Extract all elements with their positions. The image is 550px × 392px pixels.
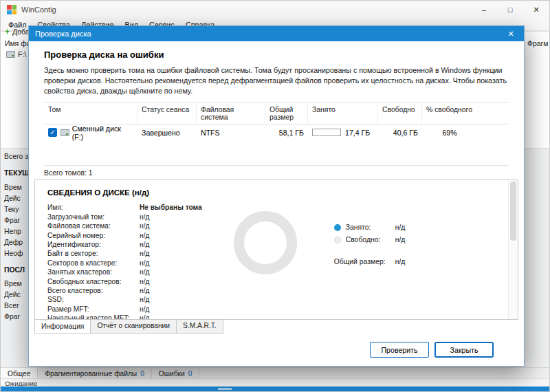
drive-label: F:\ <box>18 51 26 58</box>
field-value: н/д <box>140 213 202 221</box>
col-session-status[interactable]: Статус сеанса <box>138 103 197 124</box>
tab-fragmented-files[interactable]: Фрагментированные файлы 0 <box>38 368 152 378</box>
field-value: н/д <box>140 249 202 258</box>
stat-label: Фраг <box>4 313 20 320</box>
add-files-button[interactable]: + Доба <box>5 28 30 36</box>
stat-label: Фраг <box>4 217 20 224</box>
tab-smart[interactable]: S.M.A.R.T. <box>176 320 223 334</box>
free-pct-value: 69% <box>422 129 477 137</box>
fragmented-count-badge: 0 <box>140 370 144 378</box>
dialog-title: Проверка диска <box>35 30 91 38</box>
dialog-heading: Проверка диска на ошибки <box>44 50 509 60</box>
col-volume[interactable]: Том <box>44 103 138 124</box>
field-label: Имя: <box>47 203 137 212</box>
volumes-table-header: Том Статус сеанса Файловая система Общий… <box>44 103 509 124</box>
stat-label: Дефр <box>4 239 23 246</box>
stat-label: Дейс <box>4 291 21 298</box>
field-label: Всего кластеров: <box>47 286 137 295</box>
dialog-content: Проверка диска на ошибки Здесь можно про… <box>29 41 524 366</box>
total-legend-label: Общий размер: <box>334 258 395 265</box>
disk-details-panel: СВЕДЕНИЯ О ДИСКЕ (н/д) Имя:Не выбраны то… <box>34 179 518 320</box>
volume-checkbox[interactable]: ✓ <box>48 128 57 137</box>
accent-bar-notch <box>218 388 232 390</box>
col-filesystem[interactable]: Файловая система <box>197 103 265 124</box>
tab-general[interactable]: Общее <box>1 368 38 378</box>
window-title: WinContig <box>21 6 471 14</box>
disk-usage-donut-chart <box>234 211 297 274</box>
add-files-label: Доба <box>12 28 30 36</box>
used-legend-label: Занято: <box>346 224 395 231</box>
col-free-pct[interactable]: % свободного <box>422 103 477 124</box>
check-button[interactable]: Проверить <box>370 342 429 358</box>
dialog-description: Здесь можно проверить тома на ошибки фай… <box>44 65 509 96</box>
status-bar: Ожидание <box>1 378 549 386</box>
stat-label: Всег <box>4 302 19 309</box>
field-value: н/д <box>140 268 202 276</box>
field-value: Не выбраны тома <box>140 203 202 212</box>
last-section-title: ПОСЛ <box>4 266 25 274</box>
field-value: н/д <box>140 231 202 240</box>
free-value: 40,6 ГБ <box>378 129 422 137</box>
tab-information[interactable]: Информация <box>34 319 91 334</box>
field-label: Серийный номер: <box>47 231 137 240</box>
col-used[interactable]: Занято <box>308 103 378 124</box>
drive-row[interactable]: F:\ <box>6 51 26 58</box>
field-value: н/д <box>140 305 202 314</box>
col-total-size[interactable]: Общий размер <box>265 103 308 124</box>
details-scrollbar[interactable] <box>508 180 518 319</box>
volume-name: Сменный диск (F:) <box>72 124 133 141</box>
app-icon <box>7 5 16 14</box>
stat-label: Врем <box>4 280 22 287</box>
field-label: Файловая система: <box>47 221 137 230</box>
fragments-column-header: Фрагм <box>527 40 548 47</box>
stat-label: Теку <box>4 206 19 213</box>
current-section-title: ТЕКУЩ <box>4 169 30 177</box>
field-label: SSD: <box>47 295 137 304</box>
field-label: Идентификатор: <box>47 240 137 249</box>
details-fields: Имя:Не выбраны тома Загрузочный том:н/д … <box>47 203 202 320</box>
table-row[interactable]: ✓ Сменный диск (F:) Завершено NTFS 58,1 … <box>44 124 509 140</box>
dialog-titlebar[interactable]: Проверка диска ✕ <box>29 26 524 41</box>
stat-label: Дейс <box>4 195 21 202</box>
field-value: н/д <box>140 277 202 286</box>
field-value: н/д <box>140 221 202 230</box>
window-titlebar: WinContig – □ ✕ <box>1 1 549 19</box>
table-empty-area <box>44 140 509 166</box>
filesystem-value: NTFS <box>197 129 265 137</box>
minimize-icon[interactable]: – <box>471 1 497 19</box>
free-legend-dot <box>334 237 341 243</box>
tab-errors-label: Ошибки <box>159 370 185 378</box>
field-value: н/д <box>140 259 202 268</box>
free-legend-value: н/д <box>395 236 406 243</box>
close-button[interactable]: Закрыть <box>434 342 494 358</box>
session-status: Завершено <box>138 129 197 137</box>
maximize-icon[interactable]: □ <box>497 1 523 19</box>
field-label: Начальный кластер MFT: <box>47 314 137 320</box>
stat-label: Неоф <box>4 250 23 257</box>
errors-count-badge: 0 <box>188 370 192 378</box>
total-volumes-label: Всего томов: 1 <box>44 166 509 179</box>
plus-icon: + <box>5 28 10 35</box>
field-label: Занятых кластеров: <box>47 268 137 276</box>
field-label: Свободных кластеров: <box>47 277 137 286</box>
used-legend-dot <box>334 224 341 231</box>
chart-legend: Занято: н/д Свободно: н/д Общий размер: … <box>334 224 406 320</box>
dialog-footer: Проверить Закрыть <box>44 334 509 366</box>
total-size-value: 58,1 ГБ <box>265 129 308 137</box>
used-legend-value: н/д <box>395 224 406 231</box>
drive-icon <box>60 129 69 136</box>
details-heading: СВЕДЕНИЯ О ДИСКЕ (н/д) <box>35 180 518 197</box>
field-label: Секторов в кластере: <box>47 259 137 268</box>
tab-errors[interactable]: Ошибки 0 <box>152 368 199 378</box>
tab-fragmented-label: Фрагментированные файлы <box>45 370 137 378</box>
scrollbar-thumb[interactable] <box>510 182 516 241</box>
dialog-close-icon[interactable]: ✕ <box>504 30 518 39</box>
close-icon[interactable]: ✕ <box>523 1 549 19</box>
bottom-tabbar: Общее Фрагментированные файлы 0 Ошибки 0 <box>1 367 549 378</box>
col-free[interactable]: Свободно <box>378 103 422 124</box>
details-tabstrip: Информация Отчёт о сканировании S.M.A.R.… <box>34 320 509 334</box>
bottom-accent-bar <box>1 386 549 391</box>
tab-scan-report[interactable]: Отчёт о сканировании <box>90 320 177 334</box>
field-label: Размер MFT: <box>47 305 137 314</box>
field-label: Байт в секторе: <box>47 249 137 258</box>
